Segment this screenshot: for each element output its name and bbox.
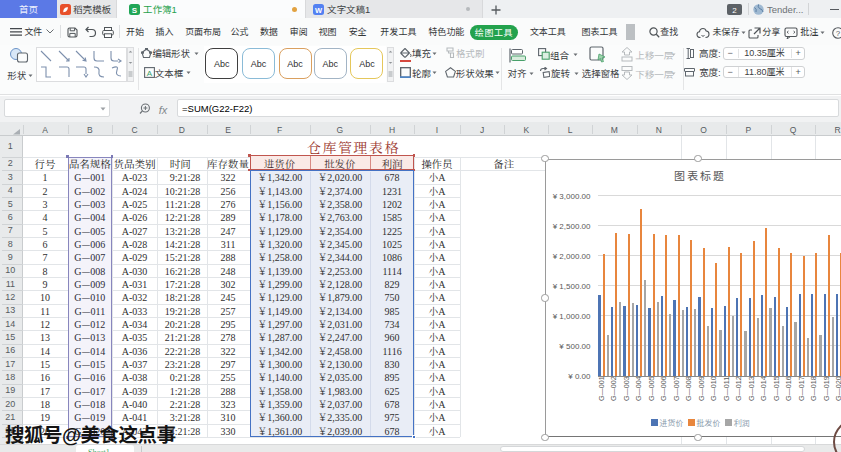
svg-text:?: ?: [836, 28, 841, 37]
svg-text:W: W: [315, 5, 323, 14]
svg-text:S: S: [132, 5, 138, 14]
svg-text:A: A: [146, 68, 152, 77]
